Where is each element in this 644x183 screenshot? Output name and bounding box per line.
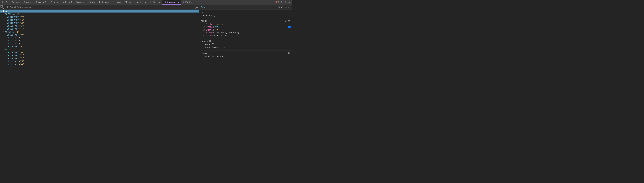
beaker-icon: ⚗ <box>45 1 46 3</box>
suspend-icon[interactable] <box>278 6 280 8</box>
tree-row-letter[interactable]: Letter key="1" <box>0 36 199 39</box>
tab-label: Network <box>88 1 95 3</box>
tab-perf-insights[interactable]: Performance insights⚗ <box>48 0 74 5</box>
tab-network[interactable]: Network <box>86 0 97 5</box>
expand-arrow-icon[interactable]: ▾ <box>3 30 5 33</box>
svg-rect-23 <box>289 20 290 21</box>
hook-row[interactable]: 3 State: "" <box>201 28 290 31</box>
tab-elements[interactable]: Elements <box>10 0 22 5</box>
more-menu-icon[interactable] <box>284 1 286 3</box>
tree-row-letter[interactable]: Letter key="0" <box>0 15 199 18</box>
search-input[interactable] <box>10 6 194 8</box>
react-logo-icon <box>182 1 184 3</box>
props-section: props new entry: "" <box>199 10 292 18</box>
expand-arrow-icon[interactable]: ▾ <box>3 13 5 16</box>
tree-row-letter[interactable]: Letter key="2" <box>0 39 199 42</box>
svg-rect-1 <box>6 1 7 3</box>
tab-label: Lighthouse <box>150 1 160 3</box>
tree-row-letter[interactable]: Letter key="0" <box>0 33 199 36</box>
svg-rect-26 <box>288 52 290 53</box>
tree-row-letter[interactable]: Letter key="2" <box>0 21 199 24</box>
devtools-tabbar: ElementsConsoleRecorder⚗Performance insi… <box>0 0 292 5</box>
svg-point-16 <box>7 6 8 7</box>
hook-row[interactable]: 1 State: "jiffy" <box>201 23 290 25</box>
rendered-by-line[interactable]: render() <box>201 43 290 46</box>
expand-arrow-icon[interactable]: ▾ <box>1 10 3 13</box>
breadcrumb-app[interactable]: App <box>201 6 205 8</box>
hooks-section: hooks 1 State: "jiffy"2 State: true✓3 St… <box>199 18 292 38</box>
component-tree[interactable]: ▾App▾Word key="0"Letter key="0"Letter ke… <box>0 10 199 66</box>
select-component-icon[interactable] <box>0 5 5 9</box>
tab-label: Profiler <box>186 1 192 3</box>
view-source-icon[interactable] <box>288 6 290 8</box>
error-icon <box>275 1 277 3</box>
view-settings-icon[interactable] <box>195 5 199 9</box>
expand-icon[interactable]: ▸ <box>202 31 204 34</box>
tab-label: Elements <box>12 1 20 3</box>
tab-label: Sources <box>76 1 84 3</box>
tree-row-word[interactable]: ▾Word key="1" <box>0 30 199 33</box>
svg-point-11 <box>281 2 282 2</box>
tab-label: Memory <box>125 1 132 3</box>
source-title: source <box>201 52 208 54</box>
tab-profiler[interactable]: Profiler <box>180 0 194 5</box>
device-toolbar-icon[interactable] <box>6 1 8 3</box>
source-section: source src/index.tsx:9 <box>199 50 292 59</box>
tab-console[interactable]: Console <box>22 0 34 5</box>
settings-gear-icon[interactable] <box>280 1 283 3</box>
tab-memory[interactable]: Memory <box>123 0 134 5</box>
tree-row-letter[interactable]: Letter key="4" <box>0 45 199 48</box>
tab-label: Recorder <box>36 1 44 3</box>
expand-arrow-icon[interactable]: ▾ <box>3 48 5 51</box>
rendered-by-section: rendered by render()react-dom@18.2.0 <box>199 38 292 50</box>
tree-row-letter[interactable]: Letter key="3" <box>0 42 199 45</box>
tree-row-letter[interactable]: Letter key="0" <box>0 51 199 54</box>
tab-label: Performance insights <box>50 1 70 3</box>
copy-source-icon[interactable] <box>288 52 290 54</box>
tree-row-letter[interactable]: Letter key="1" <box>0 54 199 57</box>
tab-application[interactable]: Application <box>134 0 148 5</box>
tree-row-letter[interactable]: Letter key="4" <box>0 27 199 30</box>
close-devtools-icon[interactable] <box>288 1 290 3</box>
tree-row-app[interactable]: ▾App <box>0 10 199 13</box>
tab-lighthouse[interactable]: Lighthouse <box>148 0 162 5</box>
hook-row[interactable]: 2 State: true✓ <box>201 25 290 28</box>
tab-recorder[interactable]: Recorder⚗ <box>34 0 48 5</box>
details-pane: props new entry: "" hooks 1 State: "jiff… <box>199 10 292 83</box>
tab-sources[interactable]: Sources <box>74 0 86 5</box>
tree-row-word[interactable]: ▾Word <box>0 48 199 51</box>
error-count-badge[interactable]: 8 <box>275 1 279 3</box>
hook-row[interactable]: ▸4 State: ["stack", "guess"] <box>201 31 290 34</box>
rendered-by-line[interactable]: react-dom@18.2.0 <box>201 46 290 49</box>
parse-hook-names-icon[interactable] <box>285 20 287 22</box>
svg-rect-24 <box>288 20 290 21</box>
prop-row[interactable]: new entry: "" <box>201 14 290 17</box>
tab-components[interactable]: Components <box>162 0 180 5</box>
tree-row-word[interactable]: ▾Word key="0" <box>0 13 199 16</box>
tab-label: Application <box>136 1 146 3</box>
tree-row-letter[interactable]: Letter key="3" <box>0 60 199 63</box>
tab-label: Layers <box>115 1 121 3</box>
tree-row-letter[interactable]: Letter key="4" <box>0 63 199 66</box>
tab-layers[interactable]: Layers <box>113 0 123 5</box>
inspect-dom-icon[interactable] <box>281 6 284 8</box>
tree-row-letter[interactable]: Letter key="2" <box>0 57 199 60</box>
hook-checkbox[interactable]: ✓ <box>288 26 290 28</box>
search-icon <box>6 6 9 8</box>
source-location[interactable]: src/index.tsx:9 <box>201 55 290 58</box>
tab-performance[interactable]: Performance <box>97 0 113 5</box>
inspect-element-icon[interactable] <box>2 1 4 3</box>
svg-rect-25 <box>289 53 290 54</box>
tree-row-letter[interactable]: Letter key="1" <box>0 18 199 21</box>
react-logo-icon <box>164 1 166 3</box>
tree-row-letter[interactable]: Letter key="3" <box>0 24 199 27</box>
svg-point-19 <box>282 7 282 7</box>
svg-rect-0 <box>2 1 3 2</box>
hook-row[interactable]: 5 Effect: ƒ () {} <box>201 34 290 37</box>
svg-point-17 <box>196 7 198 8</box>
beaker-icon: ⚗ <box>70 1 72 3</box>
tab-label: Console <box>24 1 32 3</box>
debug-icon[interactable] <box>284 6 287 8</box>
copy-hooks-icon[interactable] <box>288 20 290 22</box>
hooks-title: hooks <box>201 19 207 22</box>
